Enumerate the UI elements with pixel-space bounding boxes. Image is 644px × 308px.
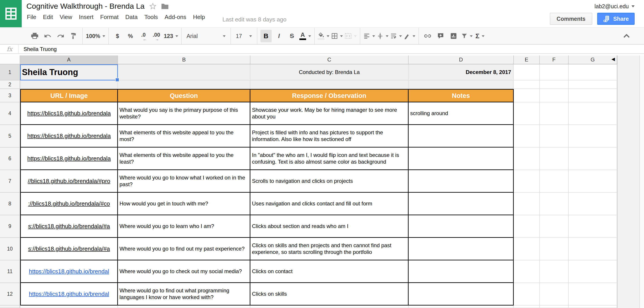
cell-G2[interactable] [568, 80, 617, 89]
text-color-icon[interactable]: A [300, 30, 311, 42]
cell-B7[interactable]: Where would you go to know what I worked… [118, 170, 250, 193]
cell-E1[interactable] [514, 64, 540, 80]
cell-D5[interactable] [408, 125, 514, 148]
column-header-a[interactable]: A [20, 55, 118, 64]
cell-E13[interactable] [514, 306, 540, 308]
cell-D9[interactable] [408, 215, 514, 238]
select-all-corner[interactable] [0, 55, 20, 64]
account-email[interactable]: lab2@uci.edu [594, 3, 629, 9]
hidden-columns-indicator-icon[interactable]: ◀ [612, 56, 615, 62]
cell-E12[interactable] [514, 283, 540, 306]
cell-F10[interactable] [540, 238, 568, 260]
menu-item-edit[interactable]: Edit [40, 14, 56, 20]
cell-D8[interactable] [408, 193, 514, 215]
cell-F9[interactable] [540, 215, 568, 238]
cell-D10[interactable] [408, 238, 514, 260]
cell-C5[interactable]: Project is filled with info and has pict… [250, 125, 408, 148]
cell-F2[interactable] [540, 80, 568, 89]
text-wrap-icon[interactable] [390, 30, 402, 42]
column-header-b[interactable]: B [118, 55, 250, 64]
cell-G3[interactable] [568, 89, 617, 102]
cell-B6[interactable]: What elements of this website appeal to … [118, 148, 250, 170]
cell-F6[interactable] [540, 148, 568, 170]
undo-icon[interactable] [42, 30, 53, 42]
comments-button[interactable]: Comments [550, 13, 592, 25]
column-header-g[interactable]: G◀ [568, 55, 617, 64]
document-title[interactable]: Cognitive Walkthrough - Brenda La [26, 2, 144, 10]
cell-E6[interactable] [514, 148, 540, 170]
cell-C4[interactable]: Showcase your work. May be for hiring ma… [250, 102, 408, 125]
row-header-1[interactable]: 1 [0, 64, 20, 80]
strikethrough-icon[interactable]: S [286, 30, 298, 42]
text-rotation-icon[interactable] [404, 30, 415, 42]
cell-F1[interactable] [540, 64, 568, 80]
menu-item-file[interactable]: File [26, 14, 40, 20]
insert-link-icon[interactable] [422, 30, 433, 42]
menu-item-help[interactable]: Help [190, 14, 208, 20]
cell-F3[interactable] [540, 89, 568, 102]
vertical-align-icon[interactable] [377, 30, 388, 42]
account-caret-icon[interactable] [632, 5, 634, 9]
cell-B8[interactable]: How would you get in touch with me? [118, 193, 250, 215]
cell-F8[interactable] [540, 193, 568, 215]
cell-G9[interactable] [568, 215, 617, 238]
column-header-c[interactable]: C [250, 55, 408, 64]
column-header-e[interactable]: E [514, 55, 540, 64]
redo-icon[interactable] [55, 30, 66, 42]
vertical-scrollbar[interactable] [639, 55, 644, 308]
filter-icon[interactable] [461, 30, 472, 42]
currency-format-icon[interactable]: $ [116, 33, 119, 39]
row-header-3[interactable]: 3 [0, 89, 20, 102]
cell-A8[interactable]: ://blics18.github.io/brendala/#co [20, 193, 118, 215]
menu-item-addons[interactable]: Add-ons [161, 14, 190, 20]
folder-icon[interactable] [161, 3, 169, 9]
sheets-logo[interactable] [0, 0, 22, 27]
cell-C7[interactable]: Scrolls to navigation and clicks on proj… [250, 170, 408, 193]
decrease-decimal-icon[interactable]: .0 [138, 30, 149, 42]
cell-B12[interactable]: Where would go to find out what programm… [118, 283, 250, 306]
cell-B4[interactable]: What would you say is the primary purpos… [118, 102, 250, 125]
column-header-f[interactable]: F [540, 55, 568, 64]
star-icon[interactable] [149, 2, 157, 10]
cell-C9[interactable]: Clicks about section and reads who am I [250, 215, 408, 238]
cell-D7[interactable] [408, 170, 514, 193]
bold-icon[interactable]: B [260, 30, 272, 42]
cell-A9[interactable]: s://blics18.github.io/brendala/#a [20, 215, 118, 238]
row-header-9[interactable]: 9 [0, 215, 20, 238]
cell-D6[interactable] [408, 148, 514, 170]
increase-decimal-icon[interactable]: .00 [151, 30, 162, 42]
row-header-5[interactable]: 5 [0, 125, 20, 148]
cell-C8[interactable]: Uses navigation and clicks contact and f… [250, 193, 408, 215]
cell-G5[interactable] [568, 125, 617, 148]
cell-G6[interactable] [568, 148, 617, 170]
cell-D4[interactable]: scrolling around [408, 102, 514, 125]
menu-item-format[interactable]: Format [97, 14, 122, 20]
zoom-select[interactable]: 100% [86, 30, 105, 42]
cell-C13[interactable] [250, 306, 408, 308]
functions-icon[interactable]: Σ [474, 30, 486, 42]
row-header-4[interactable]: 4 [0, 102, 20, 125]
italic-icon[interactable]: I [274, 30, 285, 42]
cell-B11[interactable]: Where would you go to check out my socia… [118, 260, 250, 283]
menu-item-data[interactable]: Data [122, 14, 141, 20]
cell-B9[interactable]: Where would you go to learn who I am? [118, 215, 250, 238]
cell-B10[interactable]: Where would you go to find out my past e… [118, 238, 250, 260]
horizontal-align-icon[interactable] [364, 30, 375, 42]
cell-A11[interactable]: https://blics18.github.io/brendal [20, 260, 118, 283]
cell-F5[interactable] [540, 125, 568, 148]
row-header-12[interactable]: 12 [0, 283, 20, 306]
last-edit-status[interactable]: Last edit was 8 days ago [222, 16, 286, 23]
cell-F11[interactable] [540, 260, 568, 283]
row-header-13[interactable] [0, 306, 20, 308]
cell-E9[interactable] [514, 215, 540, 238]
cell-G10[interactable] [568, 238, 617, 260]
cell-E3[interactable] [514, 89, 540, 102]
cell-G13[interactable] [568, 306, 617, 308]
cell-G4[interactable] [568, 102, 617, 125]
cell-A6[interactable]: https://blics18.github.io/brendala [20, 148, 118, 170]
row-header-8[interactable]: 8 [0, 193, 20, 215]
menu-item-insert[interactable]: Insert [76, 14, 97, 20]
cell-D1[interactable]: December 8, 2017 [408, 64, 514, 80]
cell-F4[interactable] [540, 102, 568, 125]
print-icon[interactable] [29, 30, 40, 42]
